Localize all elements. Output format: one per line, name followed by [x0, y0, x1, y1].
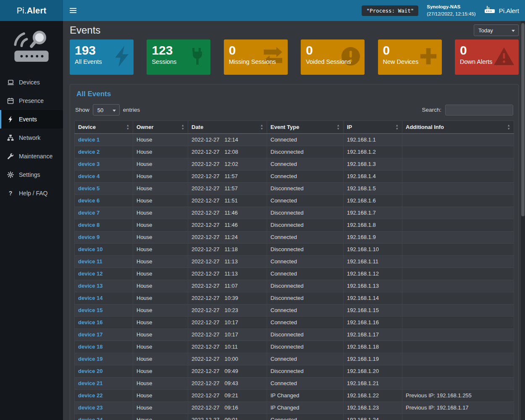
device-cell: device 3	[75, 158, 133, 171]
device-link[interactable]: device 18	[78, 344, 103, 350]
column-header-additional-info[interactable]: Additional Info▲▼	[402, 121, 514, 134]
stat-card-sessions[interactable]: 123 Sessions	[147, 39, 210, 75]
sidebar-item-network[interactable]: Network	[0, 129, 63, 147]
stat-card-new-devices[interactable]: 0 New Devices	[378, 39, 442, 75]
period-select[interactable]: Today	[474, 25, 518, 36]
device-link[interactable]: device 2	[78, 149, 100, 155]
device-link[interactable]: device 5	[78, 185, 100, 192]
table-row: device 15House2022-12-2710:23Connected19…	[75, 304, 514, 317]
device-link[interactable]: device 10	[78, 246, 103, 252]
date-cell: 2022-12-2709:43	[188, 378, 267, 390]
additional-info-cell	[402, 231, 514, 244]
date-cell: 2022-12-2711:07	[188, 280, 267, 292]
sort-icon: ▲▼	[396, 124, 399, 130]
column-header-event-type[interactable]: Event Type▲▼	[267, 121, 344, 134]
device-link[interactable]: device 14	[78, 295, 103, 301]
ip-cell: 192.168.1.9	[344, 231, 402, 244]
owner-cell: House	[133, 378, 188, 390]
column-header-label: IP	[347, 124, 352, 130]
sidebar-item-presence[interactable]: Presence	[0, 92, 63, 110]
additional-info-cell	[402, 378, 514, 390]
search-label: Search:	[422, 107, 441, 113]
device-cell: device 4	[75, 171, 133, 183]
date-cell: 2022-12-2712:14	[188, 134, 267, 146]
additional-info-cell	[402, 304, 514, 317]
device-link[interactable]: device 22	[78, 392, 103, 399]
owner-cell: House	[133, 280, 188, 292]
sidebar-item-label: Network	[19, 134, 40, 141]
device-link[interactable]: device 19	[78, 356, 103, 362]
device-link[interactable]: device 6	[78, 197, 100, 204]
date-cell: 2022-12-2709:01	[188, 414, 267, 420]
owner-cell: House	[133, 353, 188, 365]
sidebar-item-help[interactable]: ? Help / FAQ	[0, 184, 63, 202]
date-cell: 2022-12-2711:51	[188, 195, 267, 207]
stat-card-all-events[interactable]: 193 All Events	[70, 39, 134, 75]
device-link[interactable]: device 21	[78, 380, 103, 386]
device-link[interactable]: device 13	[78, 283, 103, 289]
device-link[interactable]: device 1	[78, 136, 100, 143]
ip-cell: 192.168.1.23	[344, 402, 402, 414]
table-row: device 24House2022-12-2709:01Connected19…	[75, 414, 514, 420]
device-link[interactable]: device 11	[78, 258, 102, 265]
search-input[interactable]	[445, 105, 513, 116]
sidebar-item-settings[interactable]: Settings	[0, 165, 63, 184]
device-link[interactable]: device 17	[78, 331, 103, 338]
table-row: device 9House2022-12-2711:24Connected192…	[75, 231, 514, 244]
topbar: Pi.Alert "Process: Wait" Synology-NAS (2…	[0, 0, 525, 21]
device-link[interactable]: device 8	[78, 222, 100, 228]
entries-select[interactable]: 50	[93, 105, 119, 116]
date-cell: 2022-12-2711:24	[188, 231, 267, 244]
ip-cell: 192.168.1.6	[344, 195, 402, 207]
owner-cell: House	[133, 292, 188, 304]
device-link[interactable]: device 12	[78, 270, 103, 277]
maintenance-icon	[7, 153, 14, 160]
sidebar-item-events[interactable]: Events	[0, 110, 63, 129]
entries-label: entries	[123, 107, 140, 113]
column-header-owner[interactable]: Owner▲▼	[133, 121, 188, 134]
topbar-app-link[interactable]: Pi.Alert	[484, 5, 519, 16]
device-link[interactable]: device 24	[78, 417, 103, 420]
date-cell: 2022-12-2709:49	[188, 365, 267, 378]
host-info: Synology-NAS (27/12/2022, 12:15:45)	[427, 3, 475, 18]
sidebar-item-maintenance[interactable]: Maintenance	[0, 147, 63, 165]
device-cell: device 10	[75, 244, 133, 256]
owner-cell: House	[133, 158, 188, 171]
sidebar-item-label: Help / FAQ	[19, 190, 47, 197]
device-link[interactable]: device 7	[78, 210, 100, 216]
sort-icon: ▲▼	[260, 124, 263, 130]
event-type-cell: Connected	[267, 134, 344, 146]
scrollbar-thumb[interactable]	[521, 23, 525, 216]
column-header-device[interactable]: Device▲▼	[75, 121, 133, 134]
ip-cell: 192.168.1.20	[344, 365, 402, 378]
device-link[interactable]: device 3	[78, 161, 100, 167]
device-link[interactable]: device 4	[78, 173, 100, 179]
event-type-cell: Connected	[267, 195, 344, 207]
date-cell: 2022-12-2710:00	[188, 353, 267, 365]
device-cell: device 15	[75, 304, 133, 317]
device-cell: device 22	[75, 390, 133, 402]
device-link[interactable]: device 9	[78, 234, 100, 240]
column-header-ip[interactable]: IP▲▼	[344, 121, 402, 134]
sort-icon: ▲▼	[337, 124, 340, 130]
stat-card-down-alerts[interactable]: 0 Down Alerts	[455, 39, 519, 75]
stat-card-voided-sessions[interactable]: 0 Voided Sessions	[301, 39, 365, 75]
app-logo[interactable]: Pi.Alert	[0, 0, 63, 21]
sidebar-item-label: Events	[19, 116, 37, 123]
topbar-main: "Process: Wait" Synology-NAS (27/12/2022…	[63, 0, 525, 21]
sidebar-item-devices[interactable]: Devices	[0, 73, 63, 92]
device-link[interactable]: device 23	[78, 404, 103, 411]
entries-control: Show 50 entries	[75, 104, 140, 116]
scrollbar-track[interactable]	[521, 21, 525, 420]
device-link[interactable]: device 16	[78, 319, 103, 326]
date-cell: 2022-12-2710:17	[188, 329, 267, 341]
hamburger-menu-icon[interactable]	[63, 0, 83, 21]
device-link[interactable]: device 15	[78, 307, 103, 313]
stat-card-missing-sessions[interactable]: 0 Missing Sessions	[224, 39, 288, 75]
events-table-body: device 1House2022-12-2712:14Connected192…	[75, 134, 514, 420]
additional-info-cell	[402, 158, 514, 171]
column-header-date[interactable]: Date▲▼	[188, 121, 267, 134]
page-header: Events Today	[70, 24, 519, 36]
event-type-cell: Disconnected	[267, 280, 344, 292]
device-link[interactable]: device 20	[78, 368, 103, 374]
